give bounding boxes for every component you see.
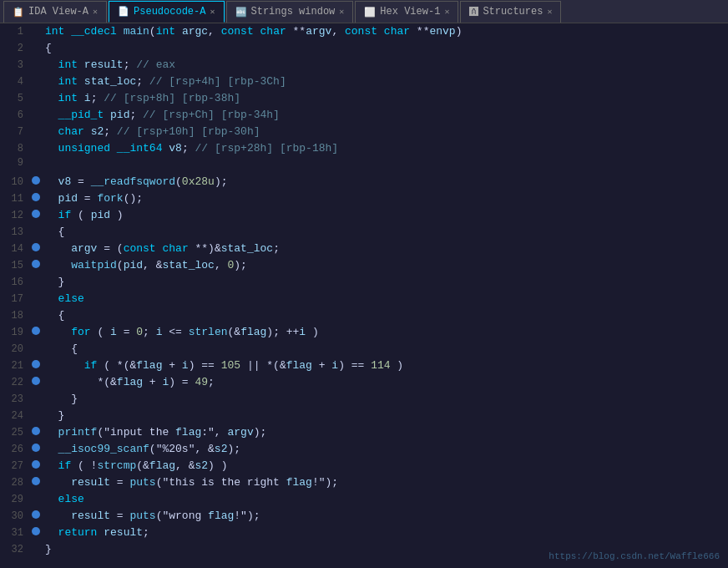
- line-number: 30: [0, 510, 30, 522]
- code-line: 28 result = puts("this is the right flag…: [0, 474, 728, 491]
- code-text: return result;: [42, 525, 728, 541]
- ida-view-icon: 📋: [13, 7, 24, 18]
- line-number: 2: [0, 43, 30, 54]
- breakpoint-indicator[interactable]: [30, 243, 42, 251]
- code-text: if ( pid ): [42, 207, 728, 224]
- breakpoint-indicator[interactable]: [30, 427, 42, 435]
- tab-structures-close[interactable]: ✕: [547, 7, 552, 17]
- code-line: 9: [0, 157, 728, 174]
- code-text: *(&flag + i) = 49;: [42, 374, 728, 391]
- tab-hex-view[interactable]: ⬜ Hex View-1 ✕: [355, 1, 458, 23]
- line-number: 10: [0, 176, 30, 188]
- line-number: 4: [0, 76, 30, 88]
- breakpoint-indicator[interactable]: [30, 527, 42, 535]
- hex-view-icon: ⬜: [364, 7, 376, 18]
- code-text: if ( *(&flag + i) == 105 || *(&flag + i)…: [42, 358, 728, 374]
- code-line: 32}: [0, 541, 728, 558]
- code-line: 29 else: [0, 491, 728, 508]
- code-line: 4 int stat_loc; // [rsp+4h] [rbp-3Ch]: [0, 74, 728, 90]
- code-line: 13 {: [0, 224, 728, 241]
- code-line: 7 char s2; // [rsp+10h] [rbp-30h]: [0, 124, 728, 140]
- breakpoint-dot: [32, 360, 40, 368]
- line-number: 11: [0, 193, 30, 205]
- line-number: 16: [0, 276, 30, 288]
- breakpoint-indicator[interactable]: [30, 477, 42, 485]
- code-line: 2{: [0, 40, 728, 57]
- code-line: 18 {: [0, 307, 728, 324]
- tab-structures-label: Structures: [483, 6, 543, 18]
- breakpoint-indicator[interactable]: [30, 210, 42, 218]
- code-line: 16 }: [0, 274, 728, 291]
- breakpoint-indicator[interactable]: [30, 327, 42, 335]
- code-line: 31 return result;: [0, 525, 728, 541]
- code-text: }: [42, 408, 728, 424]
- line-number: 19: [0, 327, 30, 338]
- code-text: }: [42, 391, 728, 408]
- code-text: int stat_loc; // [rsp+4h] [rbp-3Ch]: [42, 74, 728, 90]
- code-container: 1int __cdecl main(int argc, const char *…: [0, 23, 728, 568]
- breakpoint-indicator[interactable]: [30, 360, 42, 368]
- code-text: {: [42, 40, 728, 57]
- breakpoint-indicator[interactable]: [30, 444, 42, 452]
- breakpoint-dot: [32, 243, 40, 251]
- code-text: {: [42, 224, 728, 241]
- line-number: 31: [0, 527, 30, 539]
- breakpoint-indicator[interactable]: [30, 510, 42, 519]
- code-text: {: [42, 341, 728, 358]
- line-number: 17: [0, 293, 30, 305]
- line-number: 24: [0, 410, 30, 422]
- breakpoint-indicator[interactable]: [30, 377, 42, 385]
- strings-icon: 🔤: [235, 7, 247, 18]
- breakpoint-dot: [32, 427, 40, 435]
- code-line: 20 {: [0, 341, 728, 358]
- tab-ida-view[interactable]: 📋 IDA View-A ✕: [3, 1, 107, 23]
- code-line: 26 __isoc99_scanf("%20s", &s2);: [0, 441, 728, 458]
- code-line: 19 for ( i = 0; i <= strlen(&flag); ++i …: [0, 324, 728, 341]
- line-number: 12: [0, 210, 30, 221]
- code-text: printf("input the flag:", argv);: [42, 424, 728, 441]
- code-text: __isoc99_scanf("%20s", &s2);: [42, 441, 728, 458]
- code-line: 24 }: [0, 408, 728, 424]
- line-number: 13: [0, 226, 30, 238]
- tab-bar: 📋 IDA View-A ✕ 📄 Pseudocode-A ✕ 🔤 String…: [0, 0, 728, 23]
- code-line: 17 else: [0, 291, 728, 307]
- tab-strings-close[interactable]: ✕: [339, 7, 344, 17]
- code-text: if ( !strcmp(&flag, &s2) ): [42, 458, 728, 474]
- code-line: 25 printf("input the flag:", argv);: [0, 424, 728, 441]
- tab-structures[interactable]: 🅰 Structures ✕: [460, 1, 561, 23]
- code-text: v8 = __readfsqword(0x28u);: [42, 174, 728, 190]
- breakpoint-indicator[interactable]: [30, 176, 42, 185]
- code-text: argv = (const char **)&stat_loc;: [42, 241, 728, 257]
- line-number: 8: [0, 143, 30, 155]
- code-text: result = puts("this is the right flag!")…: [42, 474, 728, 491]
- tab-hex-view-close[interactable]: ✕: [444, 7, 449, 17]
- breakpoint-dot: [32, 510, 40, 519]
- line-number: 18: [0, 310, 30, 322]
- line-number: 29: [0, 494, 30, 505]
- breakpoint-indicator[interactable]: [30, 193, 42, 201]
- line-number: 22: [0, 377, 30, 388]
- tab-ida-view-close[interactable]: ✕: [93, 7, 98, 17]
- breakpoint-dot: [32, 477, 40, 485]
- breakpoint-dot: [32, 176, 40, 185]
- code-text: else: [42, 291, 728, 307]
- code-text: __pid_t pid; // [rsp+Ch] [rbp-34h]: [42, 107, 728, 124]
- line-number: 23: [0, 393, 30, 405]
- breakpoint-indicator[interactable]: [30, 460, 42, 469]
- code-text: pid = fork();: [42, 190, 728, 207]
- breakpoint-dot: [32, 193, 40, 201]
- code-line: 22 *(&flag + i) = 49;: [0, 374, 728, 391]
- tab-strings[interactable]: 🔤 Strings window ✕: [226, 1, 354, 23]
- tab-pseudocode[interactable]: 📄 Pseudocode-A ✕: [109, 1, 224, 23]
- code-line: 15 waitpid(pid, &stat_loc, 0);: [0, 257, 728, 274]
- line-number: 32: [0, 544, 30, 555]
- breakpoint-indicator[interactable]: [30, 260, 42, 268]
- tab-pseudocode-close[interactable]: ✕: [210, 7, 215, 17]
- line-number: 27: [0, 460, 30, 472]
- tab-ida-view-label: IDA View-A: [28, 6, 88, 18]
- breakpoint-dot: [32, 210, 40, 218]
- code-text: }: [42, 541, 728, 558]
- breakpoint-dot: [32, 527, 40, 535]
- tab-pseudocode-label: Pseudocode-A: [134, 6, 205, 18]
- line-number: 20: [0, 343, 30, 355]
